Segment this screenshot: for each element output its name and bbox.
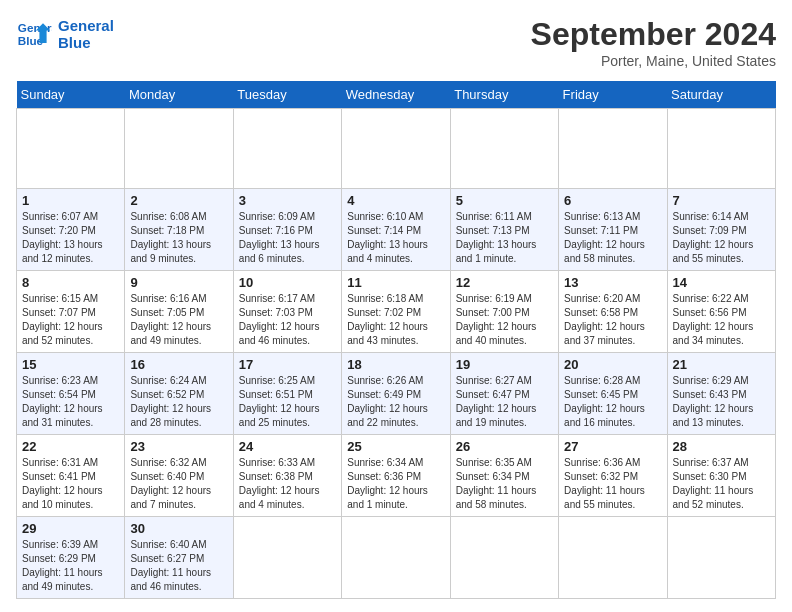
day-info: Sunrise: 6:22 AMSunset: 6:56 PMDaylight:… <box>673 292 770 348</box>
day-cell-28: 28Sunrise: 6:37 AMSunset: 6:30 PMDayligh… <box>667 435 775 517</box>
day-cell-1: 1Sunrise: 6:07 AMSunset: 7:20 PMDaylight… <box>17 189 125 271</box>
day-number: 22 <box>22 439 119 454</box>
logo-general: General <box>58 17 114 34</box>
day-number: 26 <box>456 439 553 454</box>
day-info: Sunrise: 6:08 AMSunset: 7:18 PMDaylight:… <box>130 210 227 266</box>
day-cell-13: 13Sunrise: 6:20 AMSunset: 6:58 PMDayligh… <box>559 271 667 353</box>
empty-cell <box>233 517 341 599</box>
week-row-1 <box>17 109 776 189</box>
day-info: Sunrise: 6:09 AMSunset: 7:16 PMDaylight:… <box>239 210 336 266</box>
day-number: 21 <box>673 357 770 372</box>
day-number: 24 <box>239 439 336 454</box>
day-number: 29 <box>22 521 119 536</box>
col-header-wednesday: Wednesday <box>342 81 450 109</box>
day-cell-5: 5Sunrise: 6:11 AMSunset: 7:13 PMDaylight… <box>450 189 558 271</box>
logo: General Blue General Blue <box>16 16 114 52</box>
day-number: 7 <box>673 193 770 208</box>
day-number: 16 <box>130 357 227 372</box>
day-number: 17 <box>239 357 336 372</box>
day-cell-7: 7Sunrise: 6:14 AMSunset: 7:09 PMDaylight… <box>667 189 775 271</box>
day-cell-14: 14Sunrise: 6:22 AMSunset: 6:56 PMDayligh… <box>667 271 775 353</box>
day-number: 8 <box>22 275 119 290</box>
day-cell-29: 29Sunrise: 6:39 AMSunset: 6:29 PMDayligh… <box>17 517 125 599</box>
day-info: Sunrise: 6:34 AMSunset: 6:36 PMDaylight:… <box>347 456 444 512</box>
day-cell-9: 9Sunrise: 6:16 AMSunset: 7:05 PMDaylight… <box>125 271 233 353</box>
day-cell-2: 2Sunrise: 6:08 AMSunset: 7:18 PMDaylight… <box>125 189 233 271</box>
location: Porter, Maine, United States <box>531 53 776 69</box>
day-number: 27 <box>564 439 661 454</box>
day-info: Sunrise: 6:14 AMSunset: 7:09 PMDaylight:… <box>673 210 770 266</box>
day-cell-22: 22Sunrise: 6:31 AMSunset: 6:41 PMDayligh… <box>17 435 125 517</box>
day-info: Sunrise: 6:37 AMSunset: 6:30 PMDaylight:… <box>673 456 770 512</box>
day-info: Sunrise: 6:15 AMSunset: 7:07 PMDaylight:… <box>22 292 119 348</box>
day-cell-30: 30Sunrise: 6:40 AMSunset: 6:27 PMDayligh… <box>125 517 233 599</box>
logo-blue: Blue <box>58 34 114 51</box>
week-row-5: 22Sunrise: 6:31 AMSunset: 6:41 PMDayligh… <box>17 435 776 517</box>
day-number: 11 <box>347 275 444 290</box>
day-number: 20 <box>564 357 661 372</box>
day-number: 14 <box>673 275 770 290</box>
day-info: Sunrise: 6:18 AMSunset: 7:02 PMDaylight:… <box>347 292 444 348</box>
day-cell-18: 18Sunrise: 6:26 AMSunset: 6:49 PMDayligh… <box>342 353 450 435</box>
day-number: 19 <box>456 357 553 372</box>
day-number: 23 <box>130 439 227 454</box>
day-cell-4: 4Sunrise: 6:10 AMSunset: 7:14 PMDaylight… <box>342 189 450 271</box>
day-info: Sunrise: 6:24 AMSunset: 6:52 PMDaylight:… <box>130 374 227 430</box>
day-number: 3 <box>239 193 336 208</box>
day-number: 5 <box>456 193 553 208</box>
calendar-table: SundayMondayTuesdayWednesdayThursdayFrid… <box>16 81 776 599</box>
empty-cell <box>559 109 667 189</box>
empty-cell <box>667 517 775 599</box>
day-info: Sunrise: 6:11 AMSunset: 7:13 PMDaylight:… <box>456 210 553 266</box>
col-header-sunday: Sunday <box>17 81 125 109</box>
day-number: 2 <box>130 193 227 208</box>
day-cell-15: 15Sunrise: 6:23 AMSunset: 6:54 PMDayligh… <box>17 353 125 435</box>
week-row-2: 1Sunrise: 6:07 AMSunset: 7:20 PMDaylight… <box>17 189 776 271</box>
day-info: Sunrise: 6:40 AMSunset: 6:27 PMDaylight:… <box>130 538 227 594</box>
logo-icon: General Blue <box>16 16 52 52</box>
empty-cell <box>233 109 341 189</box>
day-cell-6: 6Sunrise: 6:13 AMSunset: 7:11 PMDaylight… <box>559 189 667 271</box>
day-cell-3: 3Sunrise: 6:09 AMSunset: 7:16 PMDaylight… <box>233 189 341 271</box>
day-info: Sunrise: 6:25 AMSunset: 6:51 PMDaylight:… <box>239 374 336 430</box>
day-info: Sunrise: 6:39 AMSunset: 6:29 PMDaylight:… <box>22 538 119 594</box>
day-cell-10: 10Sunrise: 6:17 AMSunset: 7:03 PMDayligh… <box>233 271 341 353</box>
col-header-saturday: Saturday <box>667 81 775 109</box>
day-info: Sunrise: 6:16 AMSunset: 7:05 PMDaylight:… <box>130 292 227 348</box>
day-cell-21: 21Sunrise: 6:29 AMSunset: 6:43 PMDayligh… <box>667 353 775 435</box>
col-header-friday: Friday <box>559 81 667 109</box>
day-number: 30 <box>130 521 227 536</box>
day-cell-23: 23Sunrise: 6:32 AMSunset: 6:40 PMDayligh… <box>125 435 233 517</box>
day-info: Sunrise: 6:17 AMSunset: 7:03 PMDaylight:… <box>239 292 336 348</box>
month-title: September 2024 <box>531 16 776 53</box>
day-number: 1 <box>22 193 119 208</box>
day-cell-27: 27Sunrise: 6:36 AMSunset: 6:32 PMDayligh… <box>559 435 667 517</box>
empty-cell <box>559 517 667 599</box>
title-block: September 2024 Porter, Maine, United Sta… <box>531 16 776 69</box>
day-info: Sunrise: 6:27 AMSunset: 6:47 PMDaylight:… <box>456 374 553 430</box>
day-info: Sunrise: 6:29 AMSunset: 6:43 PMDaylight:… <box>673 374 770 430</box>
day-cell-16: 16Sunrise: 6:24 AMSunset: 6:52 PMDayligh… <box>125 353 233 435</box>
week-row-4: 15Sunrise: 6:23 AMSunset: 6:54 PMDayligh… <box>17 353 776 435</box>
day-info: Sunrise: 6:07 AMSunset: 7:20 PMDaylight:… <box>22 210 119 266</box>
day-number: 25 <box>347 439 444 454</box>
empty-cell <box>667 109 775 189</box>
day-info: Sunrise: 6:36 AMSunset: 6:32 PMDaylight:… <box>564 456 661 512</box>
page-header: General Blue General Blue September 2024… <box>16 16 776 69</box>
day-cell-19: 19Sunrise: 6:27 AMSunset: 6:47 PMDayligh… <box>450 353 558 435</box>
day-cell-8: 8Sunrise: 6:15 AMSunset: 7:07 PMDaylight… <box>17 271 125 353</box>
empty-cell <box>17 109 125 189</box>
day-info: Sunrise: 6:32 AMSunset: 6:40 PMDaylight:… <box>130 456 227 512</box>
day-cell-17: 17Sunrise: 6:25 AMSunset: 6:51 PMDayligh… <box>233 353 341 435</box>
col-header-thursday: Thursday <box>450 81 558 109</box>
day-cell-25: 25Sunrise: 6:34 AMSunset: 6:36 PMDayligh… <box>342 435 450 517</box>
day-number: 10 <box>239 275 336 290</box>
week-row-3: 8Sunrise: 6:15 AMSunset: 7:07 PMDaylight… <box>17 271 776 353</box>
day-number: 18 <box>347 357 444 372</box>
day-info: Sunrise: 6:13 AMSunset: 7:11 PMDaylight:… <box>564 210 661 266</box>
day-info: Sunrise: 6:23 AMSunset: 6:54 PMDaylight:… <box>22 374 119 430</box>
empty-cell <box>450 109 558 189</box>
day-number: 13 <box>564 275 661 290</box>
empty-cell <box>125 109 233 189</box>
day-cell-24: 24Sunrise: 6:33 AMSunset: 6:38 PMDayligh… <box>233 435 341 517</box>
